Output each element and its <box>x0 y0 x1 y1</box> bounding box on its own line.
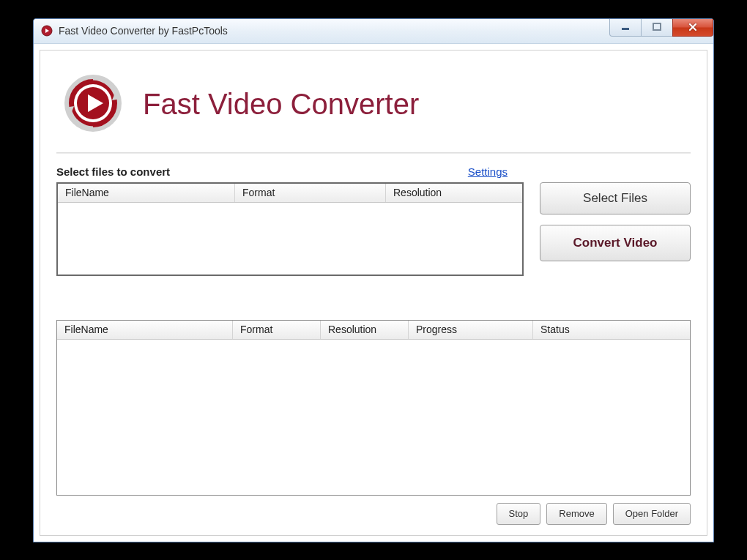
header-divider <box>56 152 691 154</box>
col-format[interactable]: Format <box>235 184 386 202</box>
col-out-status[interactable]: Status <box>533 321 690 339</box>
settings-link[interactable]: Settings <box>468 165 508 178</box>
input-section-label: Select files to convert <box>56 165 170 178</box>
close-icon <box>688 22 698 32</box>
remove-button[interactable]: Remove <box>546 503 606 525</box>
app-title: Fast Video Converter <box>143 88 419 121</box>
minimize-icon <box>621 23 630 31</box>
window-title: Fast Video Converter by FastPcTools <box>59 25 228 37</box>
col-out-resolution[interactable]: Resolution <box>321 321 409 339</box>
input-table-header: FileName Format Resolution <box>58 184 522 203</box>
select-files-button[interactable]: Select Files <box>540 182 691 214</box>
client-area: Fast Video Converter Select files to con… <box>40 50 707 536</box>
col-out-filename[interactable]: FileName <box>57 321 233 339</box>
window-controls <box>610 19 713 38</box>
app-header: Fast Video Converter <box>56 61 691 152</box>
col-filename[interactable]: FileName <box>58 184 235 202</box>
app-logo-icon <box>64 74 122 135</box>
app-window: Fast Video Converter by FastPcTools <box>33 18 714 542</box>
output-file-table[interactable]: FileName Format Resolution Progress Stat… <box>56 320 691 496</box>
close-button[interactable] <box>672 19 713 37</box>
input-file-table[interactable]: FileName Format Resolution <box>56 182 524 276</box>
convert-video-button[interactable]: Convert Video <box>540 225 691 261</box>
app-icon <box>41 25 53 37</box>
svg-rect-2 <box>622 28 629 30</box>
svg-rect-3 <box>653 23 661 30</box>
maximize-button[interactable] <box>641 19 673 37</box>
stop-button[interactable]: Stop <box>497 503 541 525</box>
col-out-format[interactable]: Format <box>233 321 321 339</box>
side-buttons: Select Files Convert Video <box>540 182 691 276</box>
input-area: FileName Format Resolution Select Files … <box>56 182 691 276</box>
col-resolution[interactable]: Resolution <box>386 184 522 202</box>
col-out-progress[interactable]: Progress <box>409 321 533 339</box>
output-table-header: FileName Format Resolution Progress Stat… <box>57 321 690 340</box>
titlebar[interactable]: Fast Video Converter by FastPcTools <box>34 19 713 44</box>
open-folder-button[interactable]: Open Folder <box>613 503 691 525</box>
input-section-header: Select files to convert Settings <box>56 165 508 178</box>
maximize-icon <box>653 23 661 31</box>
minimize-button[interactable] <box>609 19 642 37</box>
bottom-buttons: Stop Remove Open Folder <box>56 503 691 525</box>
